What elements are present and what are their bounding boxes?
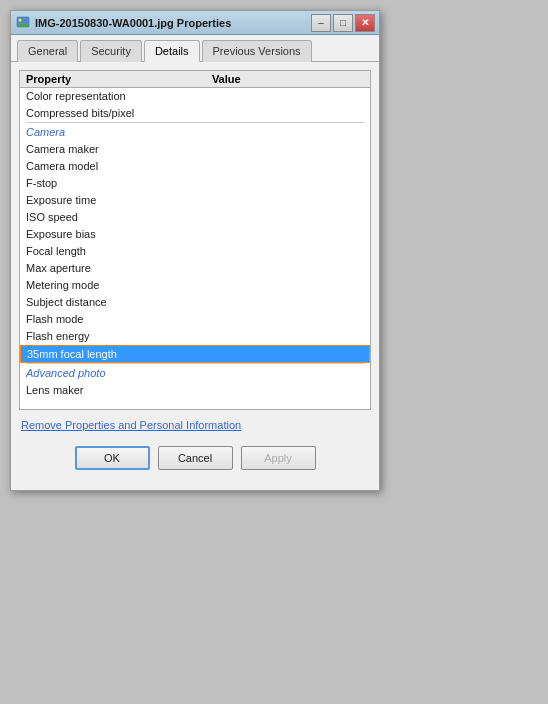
- remove-properties-link[interactable]: Remove Properties and Personal Informati…: [21, 419, 241, 431]
- prop-value: [212, 245, 364, 257]
- link-row: Remove Properties and Personal Informati…: [19, 410, 371, 436]
- prop-value: [212, 279, 364, 291]
- content-area: Property Value Color representationCompr…: [11, 62, 379, 490]
- table-row[interactable]: Subject distance: [20, 294, 370, 311]
- header-value: Value: [212, 73, 364, 85]
- prop-value: [212, 330, 364, 342]
- buttons-row: OK Cancel Apply: [19, 436, 371, 482]
- table-row[interactable]: Camera model: [20, 158, 370, 175]
- properties-window: IMG-20150830-WA0001.jpg Properties – □ ✕…: [10, 10, 380, 491]
- tab-previous-versions[interactable]: Previous Versions: [202, 40, 312, 62]
- tab-general[interactable]: General: [17, 40, 78, 62]
- title-bar: IMG-20150830-WA0001.jpg Properties – □ ✕: [11, 11, 379, 35]
- cancel-button[interactable]: Cancel: [158, 446, 233, 470]
- table-row[interactable]: 35mm focal length: [20, 345, 370, 363]
- ok-button[interactable]: OK: [75, 446, 150, 470]
- window-icon: [15, 15, 31, 31]
- minimize-button[interactable]: –: [311, 14, 331, 32]
- prop-name: Camera model: [26, 160, 212, 172]
- window-title: IMG-20150830-WA0001.jpg Properties: [35, 17, 311, 29]
- table-row[interactable]: Compressed bits/pixel: [20, 105, 370, 122]
- prop-value: [212, 107, 364, 119]
- prop-value: [212, 90, 364, 102]
- prop-name: Color representation: [26, 90, 212, 102]
- prop-name: ISO speed: [26, 211, 212, 223]
- maximize-button[interactable]: □: [333, 14, 353, 32]
- table-row[interactable]: Flash energy: [20, 328, 370, 345]
- title-buttons: – □ ✕: [311, 14, 375, 32]
- table-row[interactable]: Camera maker: [20, 141, 370, 158]
- prop-value: [212, 211, 364, 223]
- tab-security[interactable]: Security: [80, 40, 142, 62]
- table-row[interactable]: Lens maker: [20, 382, 370, 399]
- tabs-bar: General Security Details Previous Versio…: [11, 35, 379, 62]
- prop-name: Exposure bias: [26, 228, 212, 240]
- prop-value: [212, 143, 364, 155]
- property-table: Property Value Color representationCompr…: [19, 70, 371, 410]
- prop-name: 35mm focal length: [27, 348, 212, 360]
- table-row[interactable]: F-stop: [20, 175, 370, 192]
- prop-value: [212, 384, 364, 396]
- property-table-inner[interactable]: Property Value Color representationCompr…: [20, 71, 370, 409]
- table-header: Property Value: [20, 71, 370, 88]
- prop-name: Metering mode: [26, 279, 212, 291]
- section-header: Advanced photo: [20, 364, 370, 382]
- table-row[interactable]: ISO speed: [20, 209, 370, 226]
- rows-container: Color representationCompressed bits/pixe…: [20, 88, 370, 399]
- svg-point-1: [19, 18, 22, 21]
- prop-value: [212, 313, 364, 325]
- table-row[interactable]: Max aperture: [20, 260, 370, 277]
- apply-button[interactable]: Apply: [241, 446, 316, 470]
- prop-value: [212, 296, 364, 308]
- prop-value: [212, 194, 364, 206]
- table-row[interactable]: Color representation: [20, 88, 370, 105]
- prop-name: Lens maker: [26, 384, 212, 396]
- table-row[interactable]: Exposure bias: [20, 226, 370, 243]
- prop-value: [212, 160, 364, 172]
- close-button[interactable]: ✕: [355, 14, 375, 32]
- prop-name: Compressed bits/pixel: [26, 107, 212, 119]
- section-header: Camera: [20, 123, 370, 141]
- prop-name: Focal length: [26, 245, 212, 257]
- prop-name: Flash mode: [26, 313, 212, 325]
- prop-name: Flash energy: [26, 330, 212, 342]
- prop-name: Max aperture: [26, 262, 212, 274]
- prop-name: Camera maker: [26, 143, 212, 155]
- table-row[interactable]: Exposure time: [20, 192, 370, 209]
- table-row[interactable]: Metering mode: [20, 277, 370, 294]
- header-property: Property: [26, 73, 212, 85]
- prop-name: Subject distance: [26, 296, 212, 308]
- prop-value: [212, 262, 364, 274]
- prop-value: [212, 177, 364, 189]
- prop-name: F-stop: [26, 177, 212, 189]
- prop-value: [212, 228, 364, 240]
- prop-value: [212, 348, 363, 360]
- table-row[interactable]: Focal length: [20, 243, 370, 260]
- tab-details[interactable]: Details: [144, 40, 200, 62]
- table-row[interactable]: Flash mode: [20, 311, 370, 328]
- prop-name: Exposure time: [26, 194, 212, 206]
